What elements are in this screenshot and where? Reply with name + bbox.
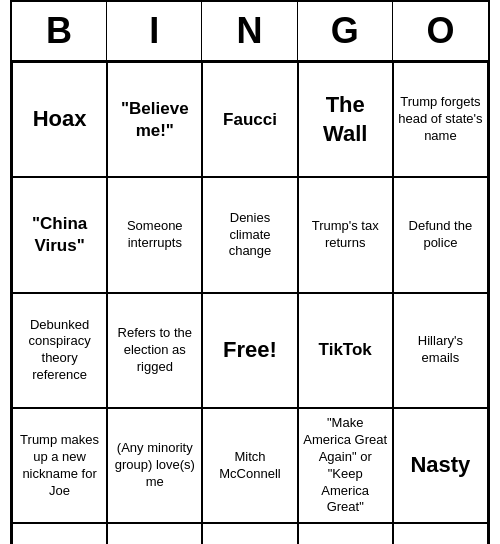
bingo-cell-12: Free! [202, 293, 297, 408]
bingo-cell-23: Biden Commits a gaffe [298, 523, 393, 544]
bingo-card: BINGO Hoax"Believe me!"FaucciThe WallTru… [10, 0, 490, 544]
bingo-cell-13: TikTok [298, 293, 393, 408]
bingo-cell-0: Hoax [12, 62, 107, 177]
bingo-cell-2: Faucci [202, 62, 297, 177]
bingo-cell-17: Mitch McConnell [202, 408, 297, 523]
bingo-header: BINGO [12, 2, 488, 62]
bingo-cell-9: Defund the police [393, 177, 488, 292]
bingo-cell-7: Denies climate change [202, 177, 297, 292]
header-letter-g: G [298, 2, 393, 60]
bingo-cell-5: "China Virus" [12, 177, 107, 292]
bingo-cell-16: (Any minority group) love(s) me [107, 408, 202, 523]
bingo-cell-21: Socialism or Socialist [107, 523, 202, 544]
bingo-cell-19: Nasty [393, 408, 488, 523]
bingo-cell-24: Russia [393, 523, 488, 544]
bingo-cell-22: Roe v. Wade [202, 523, 297, 544]
bingo-grid: Hoax"Believe me!"FaucciThe WallTrump for… [12, 62, 488, 544]
header-letter-o: O [393, 2, 488, 60]
header-letter-i: I [107, 2, 202, 60]
header-letter-n: N [202, 2, 297, 60]
bingo-cell-10: Debunked conspiracy theory reference [12, 293, 107, 408]
bingo-cell-18: "Make America Great Again" or "Keep Amer… [298, 408, 393, 523]
header-letter-b: B [12, 2, 107, 60]
bingo-cell-6: Someone interrupts [107, 177, 202, 292]
bingo-cell-15: Trump makes up a new nickname for Joe [12, 408, 107, 523]
bingo-cell-4: Trump forgets head of state's name [393, 62, 488, 177]
bingo-cell-20: Golf [12, 523, 107, 544]
bingo-cell-11: Refers to the election as rigged [107, 293, 202, 408]
bingo-cell-1: "Believe me!" [107, 62, 202, 177]
bingo-cell-3: The Wall [298, 62, 393, 177]
bingo-cell-8: Trump's tax returns [298, 177, 393, 292]
bingo-cell-14: Hillary's emails [393, 293, 488, 408]
